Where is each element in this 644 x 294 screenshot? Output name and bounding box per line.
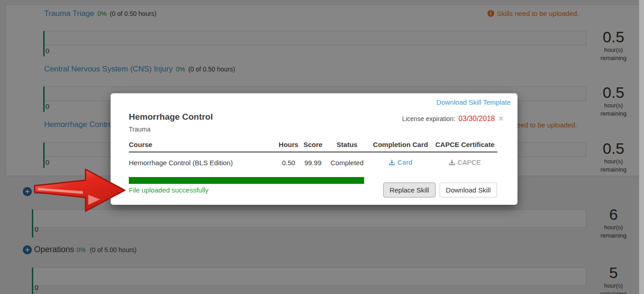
skill-detail-modal: Download Skill Template Hemorrhage Contr… [111,93,517,205]
license-date: 03/30/2018 [458,115,495,123]
col-course: Course [129,141,277,148]
table-header: Course Hours Score Status Completion Car… [129,141,497,152]
col-capce-certificate: CAPCE Certificate [432,141,497,148]
col-completion-card: Completion Card [369,141,432,148]
modal-buttons: Replace Skill Download Skill [383,182,497,198]
replace-skill-button[interactable]: Replace Skill [383,182,436,198]
cell-course: Hemorrhage Control (BLS Edition) [129,159,277,167]
red-annotation-arrow-icon [32,165,127,214]
upload-success-message: File uploaded successfully [129,186,208,194]
page: Trauma Triage 0% (0 of 0.50 hours) Skill… [0,0,644,294]
download-icon [389,159,395,166]
scrollbar[interactable] [639,0,644,294]
col-score: Score [300,141,325,148]
col-hours: Hours [277,141,300,148]
cell-score: 99.99 [300,159,325,167]
cell-capce-certificate: CAPCE [432,158,497,167]
cell-status: Completed [325,159,369,167]
card-link-label: Card [397,158,412,166]
close-icon[interactable] [498,115,504,123]
modal-title: Hemorrhage Control [129,112,213,122]
course-table: Course Hours Score Status Completion Car… [129,141,497,167]
download-card-link[interactable]: Card [389,158,412,166]
download-skill-template-link[interactable]: Download Skill Template [436,98,511,106]
license-expiration: License expiration: 03/30/2018 [402,115,504,123]
download-icon [449,159,455,166]
license-label: License expiration: [402,115,456,122]
col-status: Status [325,141,369,148]
modal-subtitle: Trauma [129,126,151,133]
table-row: Hemorrhage Control (BLS Edition) 0.50 99… [129,152,497,167]
capce-link-label: CAPCE [457,158,481,166]
upload-progress-bar [129,177,364,184]
cell-hours: 0.50 [277,159,300,167]
download-capce-link[interactable]: CAPCE [449,158,481,166]
cell-completion-card: Card [369,158,432,167]
download-skill-button[interactable]: Download Skill [440,182,497,198]
